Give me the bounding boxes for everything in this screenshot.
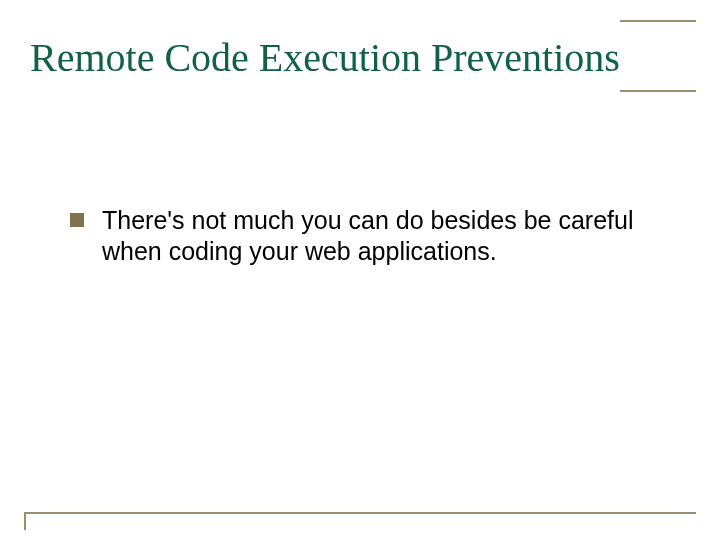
page-title: Remote Code Execution Preventions bbox=[20, 20, 620, 95]
list-item: There's not much you can do besides be c… bbox=[70, 205, 660, 268]
title-area: Remote Code Execution Preventions bbox=[24, 20, 696, 95]
footer-border bbox=[24, 512, 696, 514]
bullet-text: There's not much you can do besides be c… bbox=[102, 205, 660, 268]
content-area: There's not much you can do besides be c… bbox=[0, 205, 720, 268]
slide: Remote Code Execution Preventions There'… bbox=[0, 0, 720, 540]
square-bullet-icon bbox=[70, 213, 84, 227]
footer-border-left bbox=[24, 514, 26, 530]
